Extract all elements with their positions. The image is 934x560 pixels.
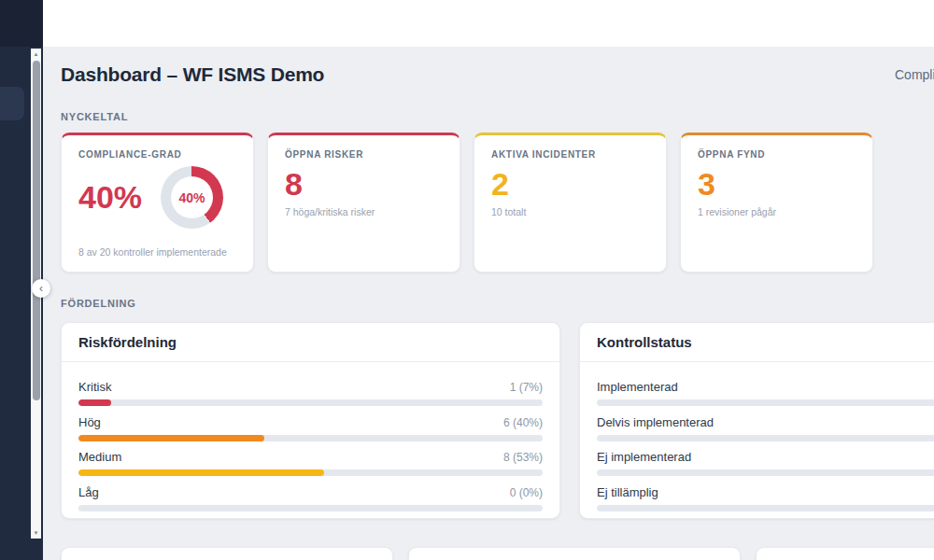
risk-distribution-card: Riskfördelning Kritisk 1 (7%) xyxy=(61,322,560,519)
section-label-nyckeltal: NYCKELTAL xyxy=(61,111,934,122)
kpi-grid: COMPLIANCE-GRAD 40% 40% 8 av 20 kontroll… xyxy=(61,133,934,273)
risk-bar-track xyxy=(78,469,543,476)
kpi-card-label: COMPLIANCE-GRAD xyxy=(78,149,236,160)
main-content: Dashboard – WF ISMS Demo Compli NYCKELTA… xyxy=(43,47,934,560)
card-stub xyxy=(61,547,393,560)
control-row-label: Ej implementerad xyxy=(597,450,691,464)
kpi-card-subtext: 10 totalt xyxy=(491,206,649,217)
control-row: Delvis implementerad xyxy=(597,415,934,441)
kpi-card-open-risks: ÖPPNA RISKER 8 7 höga/kritiska risker xyxy=(267,133,460,273)
top-bar xyxy=(43,0,934,47)
page-header: Dashboard – WF ISMS Demo Compli xyxy=(61,63,934,90)
risk-row: Hög 6 (40%) xyxy=(78,415,543,441)
risk-bar-track xyxy=(78,505,543,511)
risk-row-value: 8 (53%) xyxy=(503,451,543,464)
kpi-card-compliance: COMPLIANCE-GRAD 40% 40% 8 av 20 kontroll… xyxy=(61,133,254,273)
compliance-donut-chart: 40% xyxy=(161,166,223,229)
risk-bar-track xyxy=(78,435,543,441)
risk-row-label: Låg xyxy=(78,485,99,499)
risk-row-label: Kritisk xyxy=(78,380,111,394)
control-row-label: Implementerad xyxy=(597,380,678,394)
scroll-down-icon[interactable]: ▼ xyxy=(34,530,39,536)
page-title: Dashboard – WF ISMS Demo xyxy=(61,63,934,86)
control-bar-track xyxy=(597,505,934,511)
risk-bar-fill xyxy=(78,435,264,441)
kpi-card-value: 40% xyxy=(78,179,142,216)
risk-row: Kritisk 1 (7%) xyxy=(78,380,543,406)
control-bar-track xyxy=(597,469,934,476)
header-right-link[interactable]: Compli xyxy=(895,67,934,82)
scrollbar-thumb[interactable] xyxy=(33,61,40,400)
kpi-card-open-findings: ÖPPNA FYND 3 1 revisioner pågår xyxy=(680,133,873,273)
kpi-card-value: 2 xyxy=(491,166,509,203)
control-row-label: Ej tillämplig xyxy=(597,485,658,499)
risk-row-label: Hög xyxy=(78,415,101,429)
risk-row: Låg 0 (0%) xyxy=(78,485,543,511)
card-stub xyxy=(408,547,741,560)
kpi-card-label: ÖPPNA RISKER xyxy=(285,149,443,160)
risk-row-value: 0 (0%) xyxy=(510,486,543,499)
risk-row-value: 6 (40%) xyxy=(503,416,543,429)
control-row-label: Delvis implementerad xyxy=(597,415,714,429)
distribution-grid: Riskfördelning Kritisk 1 (7%) xyxy=(61,322,934,519)
control-row: Implementerad xyxy=(597,380,934,406)
risk-bar-track xyxy=(78,399,543,406)
kpi-card-label: AKTIVA INCIDENTER xyxy=(491,149,649,160)
kpi-card-subtext: 1 revisioner pågår xyxy=(698,206,856,217)
kpi-card-value: 3 xyxy=(698,166,715,203)
risk-row-label: Medium xyxy=(78,450,121,464)
kpi-card-value: 8 xyxy=(285,166,303,203)
card-stub xyxy=(756,547,934,560)
control-status-card: Kontrollstatus Implementerad Delvis impl… xyxy=(579,322,934,519)
chevron-left-icon: ‹ xyxy=(39,282,43,295)
card-title: Kontrollstatus xyxy=(580,323,934,362)
sidebar-item-active[interactable] xyxy=(0,87,24,120)
kpi-card-label: ÖPPNA FYND xyxy=(698,149,856,160)
app-window: ▲ ▼ ‹ Dashboard – WF ISMS Demo Compli NY… xyxy=(0,0,934,560)
control-row: Ej implementerad xyxy=(597,450,934,476)
sidebar-header-block xyxy=(0,0,43,47)
risk-bar-fill xyxy=(78,469,324,476)
risk-row: Medium 8 (53%) xyxy=(78,450,543,476)
bottom-card-row xyxy=(61,547,934,560)
scroll-up-icon[interactable]: ▲ xyxy=(34,51,39,57)
kpi-card-subtext: 7 höga/kritiska risker xyxy=(285,206,443,217)
kpi-card-subtext: 8 av 20 kontroller implementerade xyxy=(78,246,248,258)
risk-row-value: 1 (7%) xyxy=(510,381,543,394)
risk-bar-fill xyxy=(78,399,111,406)
control-bar-track xyxy=(597,399,934,406)
section-label-fordelning: FÖRDELNING xyxy=(61,298,934,309)
donut-center-value: 40% xyxy=(161,166,223,229)
kpi-card-active-incidents: AKTIVA INCIDENTER 2 10 totalt xyxy=(474,133,667,273)
sidebar-collapse-button[interactable]: ‹ xyxy=(32,279,50,298)
control-row: Ej tillämplig xyxy=(597,485,934,511)
card-title: Riskfördelning xyxy=(62,323,559,362)
control-bar-track xyxy=(597,435,934,441)
